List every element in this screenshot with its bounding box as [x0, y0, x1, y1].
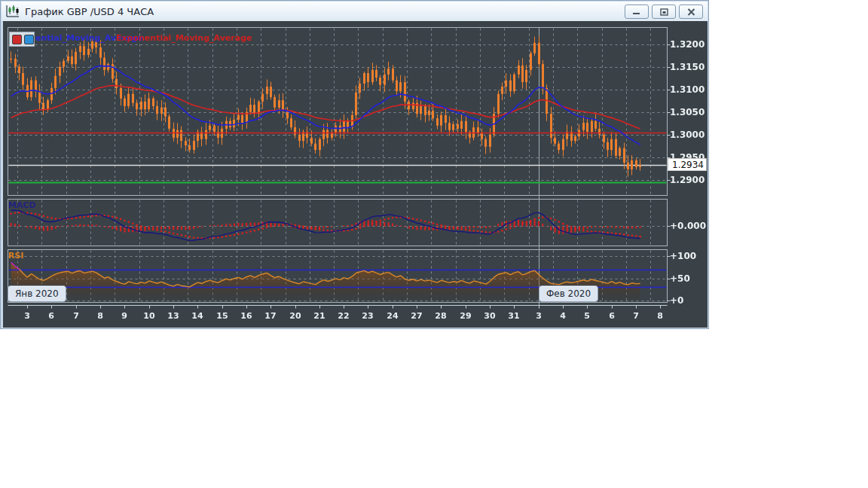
chart-window: График GBP /USD 4 ЧАСА ential_Moving_Ave… — [0, 0, 709, 329]
x-axis-label: 29 — [456, 311, 475, 321]
x-axis-label: 14 — [188, 311, 207, 321]
rsi-axis-label: +50 — [670, 273, 690, 284]
x-axis-label: 4 — [553, 311, 573, 321]
x-axis-label: 21 — [310, 311, 329, 321]
price-axis-label: 1.3050 — [670, 107, 704, 117]
minimize-button[interactable] — [625, 5, 649, 19]
month-label-feb: Фев 2020 — [539, 285, 598, 302]
current-price-badge: 1.2934 — [668, 158, 707, 171]
x-axis-label: 30 — [480, 311, 500, 321]
macd-panel-label: MACD — [8, 200, 36, 210]
x-axis-label: 6 — [41, 311, 61, 321]
window-title: График GBP /USD 4 ЧАСА — [25, 6, 154, 17]
red-swatch-button[interactable] — [12, 35, 22, 44]
x-axis-label: 3 — [17, 311, 37, 321]
x-axis-label: 6 — [602, 311, 622, 321]
x-axis-label: 27 — [407, 311, 426, 321]
x-axis-label: 5 — [577, 311, 597, 321]
x-axis-label: 24 — [383, 311, 402, 321]
x-axis-label: 8 — [650, 311, 670, 321]
price-axis-label: 1.3100 — [670, 84, 704, 95]
x-axis-label: 16 — [237, 311, 256, 321]
rsi-axis-label: +100 — [670, 251, 696, 261]
x-axis-label: 9 — [115, 311, 134, 321]
x-axis-label: 22 — [334, 311, 353, 321]
rsi-axis-label: +0 — [670, 295, 683, 306]
restore-icon — [660, 8, 668, 16]
x-axis-label: 10 — [139, 311, 159, 321]
x-axis-label: 31 — [504, 311, 524, 321]
x-axis-label: 28 — [431, 311, 451, 321]
candlestick-chart-icon — [5, 5, 20, 18]
x-axis-label: 7 — [66, 311, 86, 321]
x-axis-label: 20 — [286, 311, 305, 321]
close-button[interactable] — [679, 5, 703, 19]
price-axis-label: 1.3200 — [670, 39, 704, 50]
ema-red-legend-label: Exponential_Moving_Average — [116, 33, 252, 43]
x-axis-label: 8 — [90, 311, 110, 321]
close-icon — [687, 8, 695, 16]
title-bar[interactable]: График GBP /USD 4 ЧАСА — [2, 2, 708, 22]
x-axis-label: 17 — [261, 311, 280, 321]
rsi-panel-label: RSI — [8, 251, 24, 261]
blue-swatch-button[interactable] — [24, 35, 34, 44]
month-label-jan: Янв 2020 — [8, 285, 66, 302]
x-axis-label: 13 — [164, 311, 183, 321]
x-axis-label: 7 — [626, 311, 646, 321]
x-axis-label: 23 — [358, 311, 377, 321]
price-chart-canvas[interactable] — [3, 21, 708, 328]
x-axis-label: 15 — [212, 311, 232, 321]
chart-client-area: ential_Moving_Average Exponential_Moving… — [3, 21, 708, 328]
restore-button[interactable] — [652, 5, 676, 19]
minimize-icon — [632, 8, 641, 15]
price-axis-label: 1.3000 — [670, 130, 704, 140]
x-axis-label: 3 — [529, 311, 549, 321]
indicator-legend-box — [9, 32, 35, 47]
macd-zero-label: +0.000 — [670, 221, 706, 231]
price-axis-label: 1.3150 — [670, 62, 704, 72]
price-axis-label: 1.2900 — [670, 175, 704, 185]
